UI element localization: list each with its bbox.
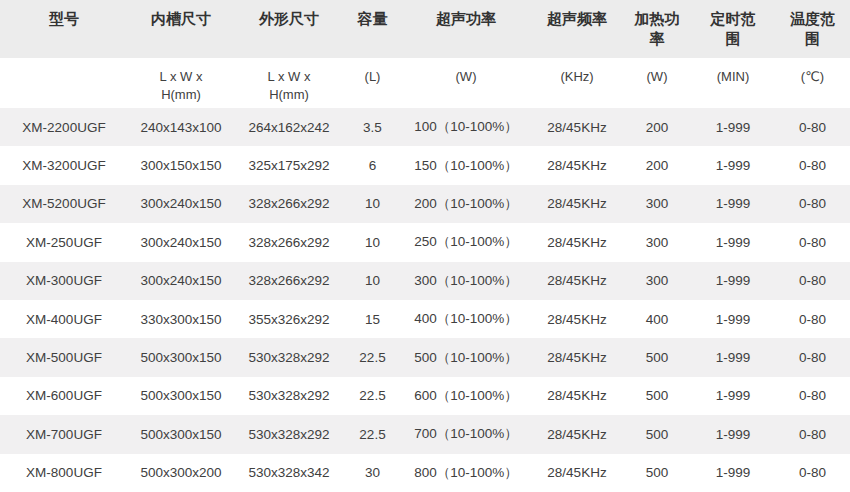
table-cell: 28/45KHz: [531, 108, 623, 146]
table-cell: 500: [623, 454, 691, 492]
model-cell: XM-400UGF: [0, 300, 128, 338]
table-row: XM-250UGF300x240x150328x266x29210250（10-…: [0, 223, 850, 261]
table-cell: 28/45KHz: [531, 415, 623, 453]
table-cell: 0-80: [775, 146, 850, 184]
model-cell: XM-5200UGF: [0, 185, 128, 223]
column-unit: (W): [623, 58, 691, 108]
table-cell: 300（10-100%）: [401, 262, 531, 300]
table-cell: 500: [623, 415, 691, 453]
table-cell: 530x328x292: [234, 377, 344, 415]
table-cell: 0-80: [775, 338, 850, 376]
column-unit: (KHz): [531, 58, 623, 108]
table-cell: 28/45KHz: [531, 262, 623, 300]
table-cell: 800（10-100%）: [401, 454, 531, 492]
table-cell: 500x300x200: [128, 454, 234, 492]
table-cell: 28/45KHz: [531, 146, 623, 184]
table-cell: 150（10-100%）: [401, 146, 531, 184]
table-row: XM-400UGF330x300x150355x326x29215400（10-…: [0, 300, 850, 338]
model-cell: XM-500UGF: [0, 338, 128, 376]
column-unit: (W): [401, 58, 531, 108]
column-header: 超声功率: [401, 0, 531, 58]
table-cell: 300: [623, 262, 691, 300]
table-cell: 1-999: [691, 146, 775, 184]
column-unit: L x W x H(mm): [128, 58, 234, 108]
table-cell: 250（10-100%）: [401, 223, 531, 261]
table-cell: 500: [623, 338, 691, 376]
table-cell: 300x240x150: [128, 223, 234, 261]
table-cell: 328x266x292: [234, 223, 344, 261]
table-row: XM-5200UGF300x240x150328x266x29210200（10…: [0, 185, 850, 223]
table-cell: 1-999: [691, 108, 775, 146]
table-row: XM-600UGF500x300x150530x328x29222.5600（1…: [0, 377, 850, 415]
table-cell: 300: [623, 185, 691, 223]
table-cell: 700（10-100%）: [401, 415, 531, 453]
table-cell: 300x240x150: [128, 262, 234, 300]
column-unit: L x W x H(mm): [234, 58, 344, 108]
table-cell: 1-999: [691, 300, 775, 338]
table-row: XM-3200UGF300x150x150325x175x2926150（10-…: [0, 146, 850, 184]
table-cell: 500（10-100%）: [401, 338, 531, 376]
column-header: 温度范 围: [775, 0, 850, 58]
table-cell: 30: [344, 454, 401, 492]
column-header: 超声频率: [531, 0, 623, 58]
table-row: XM-300UGF300x240x150328x266x29210300（10-…: [0, 262, 850, 300]
table-cell: 10: [344, 223, 401, 261]
column-header: 加热功 率: [623, 0, 691, 58]
header-row: 型号内槽尺寸外形尺寸容量超声功率超声频率加热功 率定时范 围温度范 围: [0, 0, 850, 58]
table-cell: 300: [623, 223, 691, 261]
table-cell: 400（10-100%）: [401, 300, 531, 338]
table-cell: 264x162x242: [234, 108, 344, 146]
table-cell: 240x143x100: [128, 108, 234, 146]
table-cell: 0-80: [775, 108, 850, 146]
column-header: 容量: [344, 0, 401, 58]
model-cell: XM-300UGF: [0, 262, 128, 300]
table-cell: 1-999: [691, 223, 775, 261]
table-cell: 500: [623, 377, 691, 415]
table-cell: 330x300x150: [128, 300, 234, 338]
column-unit: (MIN): [691, 58, 775, 108]
table-cell: 1-999: [691, 338, 775, 376]
column-header: 外形尺寸: [234, 0, 344, 58]
table-row: XM-500UGF500x300x150530x328x29222.5500（1…: [0, 338, 850, 376]
model-cell: XM-2200UGF: [0, 108, 128, 146]
table-cell: 0-80: [775, 262, 850, 300]
table-cell: 22.5: [344, 415, 401, 453]
table-cell: 1-999: [691, 262, 775, 300]
table-cell: 1-999: [691, 377, 775, 415]
model-cell: XM-700UGF: [0, 415, 128, 453]
table-cell: 28/45KHz: [531, 223, 623, 261]
column-header: 内槽尺寸: [128, 0, 234, 58]
table-cell: 28/45KHz: [531, 338, 623, 376]
table-cell: 1-999: [691, 454, 775, 492]
model-cell: XM-600UGF: [0, 377, 128, 415]
table-cell: 500x300x150: [128, 377, 234, 415]
column-unit: [0, 58, 128, 108]
table-cell: 6: [344, 146, 401, 184]
table-cell: 200（10-100%）: [401, 185, 531, 223]
column-header: 定时范 围: [691, 0, 775, 58]
units-row: L x W x H(mm)L x W x H(mm)(L)(W)(KHz)(W)…: [0, 58, 850, 108]
table-cell: 300x240x150: [128, 185, 234, 223]
table-cell: 100（10-100%）: [401, 108, 531, 146]
table-cell: 10: [344, 262, 401, 300]
table-body: XM-2200UGF240x143x100264x162x2423.5100（1…: [0, 108, 850, 492]
table-cell: 0-80: [775, 454, 850, 492]
table-cell: 0-80: [775, 223, 850, 261]
table-row: XM-2200UGF240x143x100264x162x2423.5100（1…: [0, 108, 850, 146]
model-cell: XM-3200UGF: [0, 146, 128, 184]
table-cell: 1-999: [691, 415, 775, 453]
table-cell: 1-999: [691, 185, 775, 223]
product-spec-table-section: 型号内槽尺寸外形尺寸容量超声功率超声频率加热功 率定时范 围温度范 围 L x …: [0, 0, 850, 492]
table-cell: 0-80: [775, 185, 850, 223]
table-header: 型号内槽尺寸外形尺寸容量超声功率超声频率加热功 率定时范 围温度范 围 L x …: [0, 0, 850, 108]
table-row: XM-700UGF500x300x150530x328x29222.5700（1…: [0, 415, 850, 453]
table-cell: 500x300x150: [128, 415, 234, 453]
model-cell: XM-250UGF: [0, 223, 128, 261]
table-cell: 28/45KHz: [531, 377, 623, 415]
table-row: XM-800UGF500x300x200530x328x34230800（10-…: [0, 454, 850, 492]
table-cell: 15: [344, 300, 401, 338]
table-cell: 22.5: [344, 377, 401, 415]
table-cell: 28/45KHz: [531, 300, 623, 338]
table-cell: 28/45KHz: [531, 185, 623, 223]
table-cell: 328x266x292: [234, 185, 344, 223]
